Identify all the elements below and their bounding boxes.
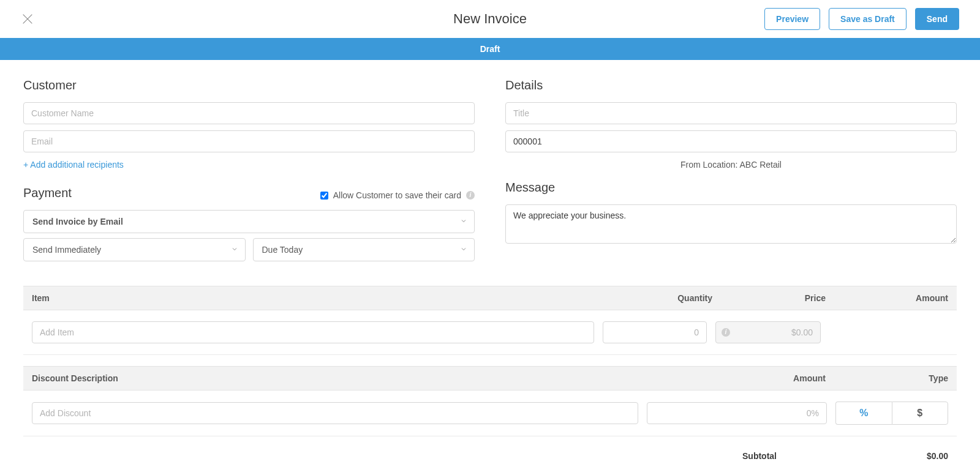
col-amount: Amount [826,293,948,303]
item-price-input [715,321,821,343]
save-draft-button[interactable]: Save as Draft [829,8,907,30]
col-item: Item [32,293,602,303]
discount-row: % $ [23,390,957,436]
invoice-number-input[interactable] [505,130,957,152]
message-textarea[interactable] [505,204,957,244]
subtotal-row: Subtotal $0.00 [32,447,948,465]
add-item-input[interactable] [32,321,594,343]
discount-type-dollar[interactable]: $ [892,402,949,425]
allow-save-card-row[interactable]: Allow Customer to save their card i [320,190,475,200]
subtotal-label: Subtotal [654,451,777,461]
customer-name-input[interactable] [23,102,475,124]
allow-save-card-checkbox[interactable] [320,192,328,200]
discount-amount-input[interactable] [647,402,827,424]
payment-method-select[interactable]: Send Invoice by Email [23,210,475,233]
col-discount-type: Type [826,373,948,383]
details-heading: Details [505,78,957,92]
status-banner: Draft [0,38,980,60]
items-header-row: Item Quantity Price Amount [23,286,957,310]
allow-save-card-label: Allow Customer to save their card [333,190,461,200]
payment-heading: Payment [23,186,72,200]
info-icon: i [722,328,730,337]
from-location-label: From Location: ABC Retail [505,160,957,170]
item-qty-input[interactable] [603,321,707,343]
preview-button[interactable]: Preview [764,8,820,30]
send-button[interactable]: Send [915,8,959,30]
discount-type-toggle[interactable]: % $ [835,402,948,425]
col-price: Price [712,293,826,303]
customer-email-input[interactable] [23,130,475,152]
discount-header-row: Discount Description Amount Type [23,366,957,390]
add-discount-input[interactable] [32,402,638,424]
invoice-title-input[interactable] [505,102,957,124]
info-icon: i [466,191,475,200]
discount-type-percent[interactable]: % [835,402,892,425]
add-recipients-link[interactable]: + Add additional recipients [23,160,124,170]
page-title: New Invoice [453,11,527,27]
customer-heading: Customer [23,78,475,92]
close-icon[interactable] [21,12,34,26]
message-heading: Message [505,181,957,195]
col-qty: Quantity [602,293,712,303]
col-discount-amount: Amount [630,373,826,383]
col-discount-desc: Discount Description [32,373,630,383]
tax-row: i Tax $0.00 [32,465,948,467]
item-row: i [23,310,957,355]
send-time-select[interactable]: Send Immediately [23,238,246,261]
subtotal-value: $0.00 [777,451,948,461]
due-date-select[interactable]: Due Today [253,238,475,261]
